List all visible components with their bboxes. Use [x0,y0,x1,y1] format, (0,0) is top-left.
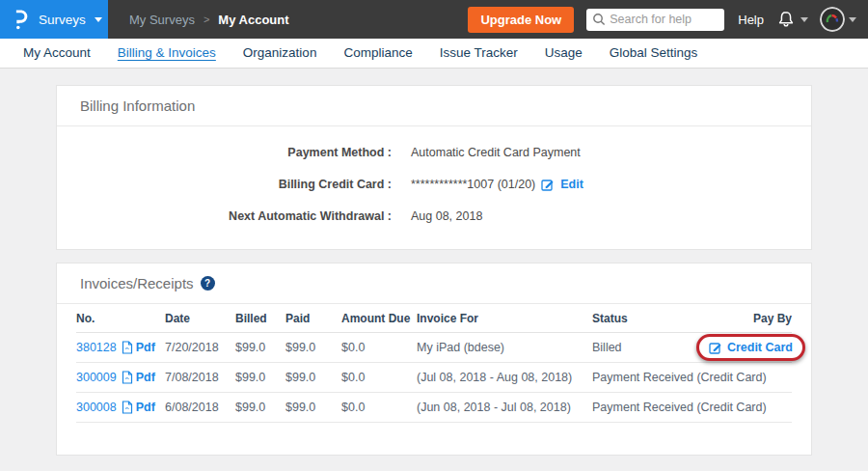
edit-credit-card-link[interactable]: Edit [560,178,583,191]
col-date: Date [165,312,235,325]
breadcrumb-my-surveys[interactable]: My Surveys [129,13,195,27]
pay-by-credit-card-link[interactable]: Credit Card [727,341,793,354]
invoice-billed: $99.0 [235,341,285,354]
col-no: No. [76,312,165,325]
invoice-paid: $99.0 [285,401,341,414]
invoice-date: 7/08/2018 [165,371,235,384]
col-status: Status [592,312,678,325]
tab-organization[interactable]: Organization [230,39,331,68]
billing-information-card: Billing Information Payment Method : Aut… [56,85,812,250]
chevron-down-icon [95,17,102,22]
invoice-row: 300009 Pdf 7/08/2018 $99.0 $99.0 $0.0 (J… [76,363,792,393]
product-label: Surveys [39,13,86,27]
payment-method-label: Payment Method : [57,146,392,159]
invoice-status: Payment Received (Credit Card) [592,401,678,414]
invoices-table-header: No. Date Billed Paid Amount Due Invoice … [76,304,792,333]
pdf-link[interactable]: Pdf [122,371,155,384]
invoice-amount-due: $0.0 [341,401,417,414]
invoice-number-link[interactable]: 300008 [76,401,117,414]
edit-icon[interactable] [541,178,555,191]
invoice-paid: $99.0 [285,341,341,354]
tab-global-settings[interactable]: Global Settings [596,39,712,68]
invoice-row: 300008 Pdf 6/08/2018 $99.0 $99.0 $0.0 (J… [76,393,792,423]
invoice-for: (Jun 08, 2018 - Jul 08, 2018) [417,401,592,414]
pay-by-highlight-ring: Credit Card [696,334,805,361]
col-pay-by: Pay By [678,312,792,325]
next-withdrawal-row: Next Automatic Withdrawal : Aug 08, 2018 [57,200,811,232]
tab-billing-invoices[interactable]: Billing & Invoices [104,39,230,68]
questionpro-logo-icon [13,7,29,32]
help-question-icon[interactable]: ? [201,276,215,291]
invoice-for: (Jul 08, 2018 - Aug 08, 2018) [417,371,592,384]
pdf-file-icon [122,371,133,384]
breadcrumb-separator: > [203,14,209,25]
invoices-receipts-title: Invoices/Receipts [80,275,194,291]
top-bar: Surveys My Surveys > My Account Upgrade … [0,0,868,39]
product-menu[interactable]: Surveys [0,0,108,39]
invoice-paid: $99.0 [285,371,341,384]
invoice-billed: $99.0 [235,371,285,384]
billing-credit-card-label: Billing Credit Card : [57,178,392,191]
chevron-down-icon [849,17,856,22]
tab-compliance[interactable]: Compliance [330,39,425,68]
help-link[interactable]: Help [738,13,764,27]
breadcrumb: My Surveys > My Account [129,13,289,27]
payment-method-value: Automatic Credit Card Payment [411,146,581,159]
invoices-table: No. Date Billed Paid Amount Due Invoice … [76,304,792,423]
tab-my-account[interactable]: My Account [10,39,104,68]
pdf-file-icon [122,401,133,414]
invoice-amount-due: $0.0 [341,341,417,354]
invoice-number-link[interactable]: 380128 [76,341,117,354]
billing-credit-card-value: ************1007 (01/20) [411,178,535,191]
payment-method-row: Payment Method : Automatic Credit Card P… [57,136,811,168]
invoice-number-link[interactable]: 300009 [76,371,117,384]
invoices-receipts-card: Invoices/Receipts ? No. Date Billed Paid… [56,263,812,456]
invoice-status: Billed [592,341,678,354]
help-search [586,9,724,31]
search-icon [592,13,606,26]
breadcrumb-my-account: My Account [218,13,288,27]
invoice-status: Payment Received (Credit Card) [592,371,678,384]
col-paid: Paid [285,312,341,325]
invoice-billed: $99.0 [235,401,285,414]
search-input[interactable] [586,9,724,31]
col-billed: Billed [235,312,285,325]
next-withdrawal-value: Aug 08, 2018 [411,209,482,223]
edit-icon [709,341,722,354]
notifications-menu[interactable] [775,9,808,30]
next-withdrawal-label: Next Automatic Withdrawal : [57,209,392,223]
account-nav-tabs: My Account Billing & Invoices Organizati… [0,39,868,69]
chevron-down-icon [800,17,808,22]
tab-issue-tracker[interactable]: Issue Tracker [426,39,531,68]
upgrade-now-button[interactable]: Upgrade Now [468,7,574,33]
col-invoice-for: Invoice For [417,312,592,325]
bell-icon [775,9,797,30]
billing-credit-card-row: Billing Credit Card : ************1007 (… [57,168,811,200]
invoice-date: 6/08/2018 [165,401,235,414]
pdf-link[interactable]: Pdf [122,341,155,354]
pdf-file-icon [122,341,133,354]
billing-information-title: Billing Information [80,97,195,114]
invoice-row: 380128 Pdf 7/20/2018 $99.0 $99.0 $0.0 My… [76,333,792,363]
avatar [820,7,845,32]
tab-usage[interactable]: Usage [531,39,596,68]
account-menu[interactable] [820,7,856,32]
col-amount-due: Amount Due [341,312,417,325]
invoice-amount-due: $0.0 [341,371,417,384]
pdf-link[interactable]: Pdf [122,401,155,414]
invoice-for: My iPad (bdese) [417,341,592,354]
invoice-date: 7/20/2018 [165,341,235,354]
